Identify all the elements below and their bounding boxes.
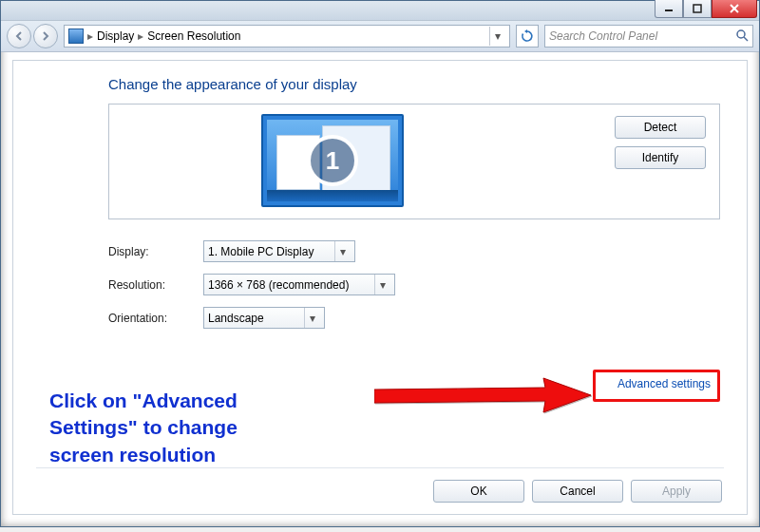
search-icon xyxy=(735,28,749,45)
ok-button[interactable]: OK xyxy=(433,480,524,503)
chevron-right-icon: ▸ xyxy=(86,29,95,43)
navbar: ▸ Display ▸ Screen Resolution ▾ Search C… xyxy=(1,21,759,52)
annotation-arrow-icon xyxy=(374,376,593,414)
breadcrumb[interactable]: ▸ Display ▸ Screen Resolution ▾ xyxy=(64,25,510,48)
svg-line-6 xyxy=(744,37,748,41)
taskbar-icon xyxy=(267,190,398,201)
orientation-select[interactable]: Landscape ▾ xyxy=(203,307,325,329)
close-button[interactable] xyxy=(712,0,757,18)
monitor-number-badge: 1 xyxy=(307,135,358,186)
orientation-value: Landscape xyxy=(208,312,264,325)
search-input[interactable]: Search Control Panel xyxy=(544,25,753,48)
display-label: Display: xyxy=(108,245,203,258)
display-preview-box: 1 Detect Identify xyxy=(108,104,720,219)
resolution-label: Resolution: xyxy=(108,278,203,292)
apply-button: Apply xyxy=(631,480,722,503)
titlebar xyxy=(1,1,759,21)
annotation-text: Click on "Advanced Settings" to change s… xyxy=(49,388,238,468)
search-placeholder: Search Control Panel xyxy=(549,29,657,43)
svg-marker-4 xyxy=(524,29,527,33)
control-panel-icon xyxy=(68,28,84,44)
resolution-select[interactable]: 1366 × 768 (recommended) ▾ xyxy=(203,274,395,295)
back-button[interactable] xyxy=(7,24,31,48)
chevron-down-icon[interactable]: ▾ xyxy=(489,27,505,46)
advanced-settings-link[interactable]: Advanced settings xyxy=(618,377,711,390)
preview-side-buttons: Detect Identify xyxy=(615,116,706,169)
maximize-button[interactable] xyxy=(683,0,712,18)
cancel-button[interactable]: Cancel xyxy=(532,480,623,503)
svg-rect-1 xyxy=(694,5,701,12)
chevron-down-icon: ▾ xyxy=(374,275,390,294)
window-controls xyxy=(655,0,757,18)
chevron-down-icon: ▾ xyxy=(304,308,320,328)
display-select[interactable]: 1. Mobile PC Display ▾ xyxy=(203,240,355,262)
breadcrumb-item[interactable]: Screen Resolution xyxy=(147,29,240,43)
footer-buttons: OK Cancel Apply xyxy=(433,480,722,503)
monitor-thumbnail[interactable]: 1 xyxy=(261,114,404,207)
minimize-button[interactable] xyxy=(655,0,683,18)
client-area: Change the appearance of your display 1 … xyxy=(12,60,748,515)
svg-marker-7 xyxy=(374,378,591,412)
breadcrumb-item[interactable]: Display xyxy=(97,29,134,43)
refresh-button[interactable] xyxy=(516,25,539,48)
content: Change the appearance of your display 1 … xyxy=(13,61,747,329)
svg-point-5 xyxy=(737,30,745,38)
chevron-down-icon: ▾ xyxy=(334,241,351,261)
forward-button[interactable] xyxy=(33,24,58,48)
chevron-right-icon: ▸ xyxy=(136,29,145,43)
identify-button[interactable]: Identify xyxy=(615,146,706,169)
page-title: Change the appearance of your display xyxy=(108,76,720,92)
nav-arrows xyxy=(7,24,58,48)
orientation-label: Orientation: xyxy=(108,312,203,325)
detect-button[interactable]: Detect xyxy=(615,116,706,139)
window-frame: ▸ Display ▸ Screen Resolution ▾ Search C… xyxy=(0,0,760,527)
resolution-value: 1366 × 768 (recommended) xyxy=(208,278,349,292)
display-value: 1. Mobile PC Display xyxy=(208,245,314,258)
settings-form: Display: 1. Mobile PC Display ▾ Resoluti… xyxy=(108,240,720,329)
